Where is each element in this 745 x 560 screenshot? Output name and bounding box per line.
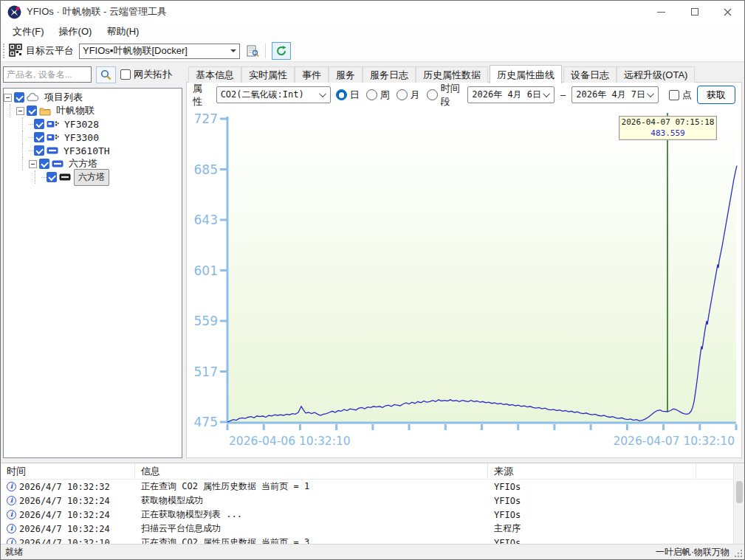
main-area: 网关拓扑 项目列表叶帆物联YF3028YF3300YF3610TH六方塔六方塔 … [1,62,744,458]
log-row-1[interactable]: i2026/4/7 10:32:32正在查询 CO2 属性历史数据 当前页 = … [1,480,744,494]
tab-7[interactable]: 历史属性曲线 [490,65,562,83]
window-title: YFIOs · 叶帆物联 - 云端管理工具 [27,5,167,18]
target-platform-combobox[interactable]: YFIOs▪叶帆物联[Docker] [79,44,240,59]
date-from-picker[interactable]: 2026年 4月 6日 [467,86,555,103]
points-checkbox[interactable] [669,90,679,100]
log-cell-source: YFIOs [488,536,696,544]
radio-option-1[interactable]: 日 [336,89,360,102]
scan-platform-button[interactable] [243,42,262,60]
tree-checkbox-checked[interactable] [34,119,44,129]
log-row-2[interactable]: i2026/4/7 10:32:24获取物模型成功YFIOs [1,494,744,508]
log-cell-time: i2026/4/7 10:32:10 [1,536,135,544]
tree-checkbox-checked[interactable] [47,172,57,182]
close-button[interactable] [711,1,744,23]
log-row-5[interactable]: i2026/4/7 10:32:10正在查询 CO2 属性历史数据 当前页 = … [1,536,744,544]
tree-node-5[interactable]: YF3610TH [4,144,182,157]
tree-indent [29,170,41,184]
log-cell-time: i2026/4/7 10:32:24 [1,508,135,522]
radio-option-2[interactable]: 周 [366,89,390,102]
tab-bar: 基本信息实时属性事件服务服务日志历史属性数据历史属性曲线设备日志远程升级(OTA… [186,64,742,83]
tree-collapse-toggle[interactable] [4,94,12,102]
tree-node-label[interactable]: YF3028 [62,119,101,130]
search-button[interactable] [96,66,116,83]
radio-option-3[interactable]: 月 [396,89,420,102]
refresh-button[interactable] [272,42,291,60]
project-tree: 项目列表叶帆物联YF3028YF3300YF3610TH六方塔六方塔 [3,88,182,458]
period-radio-group: 日周月时间段 [336,82,463,108]
window-controls [645,1,744,23]
log-cell-time: i2026/4/7 10:32:24 [1,522,135,536]
tree-collapse-toggle[interactable] [29,160,37,168]
resize-grip[interactable] [734,549,744,559]
tree-checkbox-checked[interactable] [14,92,24,103]
log-scrollbar-thumb[interactable] [736,481,743,503]
menu-file[interactable]: 文件(F) [5,24,52,40]
tree-node-2[interactable]: 叶帆物联 [4,104,182,117]
device-sidebar: 网关拓扑 项目列表叶帆物联YF3028YF3300YF3610TH六方塔六方塔 [3,64,182,458]
tree-indent [4,157,16,170]
property-select[interactable]: CO2(二氧化碳:Int) [216,86,331,103]
tree-node-label[interactable]: 项目列表 [42,91,85,104]
menu-help[interactable]: 帮助(H) [99,24,146,40]
tab-3[interactable]: 事件 [295,66,329,83]
chevron-down-icon [647,90,654,97]
property-value: CO2(二氧化碳:Int) [221,89,317,101]
tree-checkbox-checked[interactable] [39,159,49,169]
points-option[interactable]: 点 [669,89,692,102]
tab-2[interactable]: 实时属性 [241,66,295,83]
device-blue-icon [52,160,63,167]
radio-dot[interactable] [427,89,438,100]
tree-node-7[interactable]: 六方塔 [4,170,182,184]
tree-node-label[interactable]: YF3610TH [61,145,112,156]
log-row-4[interactable]: i2026/4/7 10:32:24扫描云平台信息成功主程序 [1,522,744,536]
radio-dot[interactable] [396,89,408,100]
maximize-button[interactable] [678,1,711,23]
tree-node-3[interactable]: YF3028 [4,117,182,131]
chevron-down-icon [319,90,326,97]
radio-dot[interactable] [366,89,377,100]
log-header: 时间 信息 来源 [1,463,744,480]
tree-checkbox-checked[interactable] [34,145,44,156]
log-time: 2026/4/7 10:32:10 [19,538,110,545]
x-axis-start-label: 2026-04-06 10:32:10 [229,435,351,448]
tree-indent [16,131,29,144]
tree-node-4[interactable]: YF3300 [4,131,182,144]
radio-option-4[interactable]: 时间段 [427,82,463,108]
log-time: 2026/4/7 10:32:24 [19,510,110,520]
tree-node-label[interactable]: 六方塔 [74,169,109,186]
titlebar: YFIOs · 叶帆物联 - 云端管理工具 [1,1,744,23]
date-to-picker[interactable]: 2026年 4月 7日 [571,86,659,103]
chart-canvas[interactable]: 7276856436015595174752026-04-06 10:32:10… [187,107,741,457]
tab-8[interactable]: 设备日志 [563,66,617,83]
menu-operate[interactable]: 操作(O) [52,24,100,40]
log-header-message[interactable]: 信息 [135,463,488,479]
history-curve-chart[interactable]: 7276856436015595174752026-04-06 10:32:10… [187,107,741,457]
fetch-button[interactable]: 获取 [697,86,735,104]
search-input[interactable] [3,66,92,83]
tab-6[interactable]: 历史属性数据 [416,66,488,83]
tab-9[interactable]: 远程升级(OTA) [617,66,695,83]
tab-5[interactable]: 服务日志 [363,66,416,83]
minimize-button[interactable] [645,1,678,23]
log-header-time[interactable]: 时间 [1,463,135,479]
tree-node-1[interactable]: 项目列表 [4,91,182,104]
tree-checkbox-checked[interactable] [27,106,37,116]
tree-checkbox-checked[interactable] [34,132,44,142]
log-scrollbar[interactable] [733,463,744,544]
log-header-source[interactable]: 来源 [488,463,696,479]
tree-collapse-toggle[interactable] [16,107,24,115]
tooltip-value: 483.559 [619,128,716,139]
x-axis-end-label: 2026-04-07 10:32:10 [613,435,735,448]
radio-dot[interactable] [336,89,347,100]
tree-node-label[interactable]: YF3300 [62,132,101,143]
gateway-topology-option[interactable]: 网关拓扑 [120,68,172,81]
detail-panel: 基本信息实时属性事件服务服务日志历史属性数据历史属性曲线设备日志远程升级(OTA… [186,64,742,458]
tab-1[interactable]: 基本信息 [188,66,241,83]
tab-4[interactable]: 服务 [329,66,363,83]
history-curve-controls: 属性 CO2(二氧化碳:Int) 日周月时间段 2026年 4月 6日 – 20… [187,83,741,107]
menu-bar: 文件(F) 操作(O) 帮助(H) [1,23,744,41]
app-window: YFIOs · 叶帆物联 - 云端管理工具 文件(F) 操作(O) 帮助(H) [0,0,745,560]
log-row-3[interactable]: i2026/4/7 10:32:24正在获取物模型列表 ...YFIOs [1,508,744,522]
tree-node-label[interactable]: 叶帆物联 [54,104,97,117]
gateway-topology-checkbox[interactable] [120,69,131,80]
